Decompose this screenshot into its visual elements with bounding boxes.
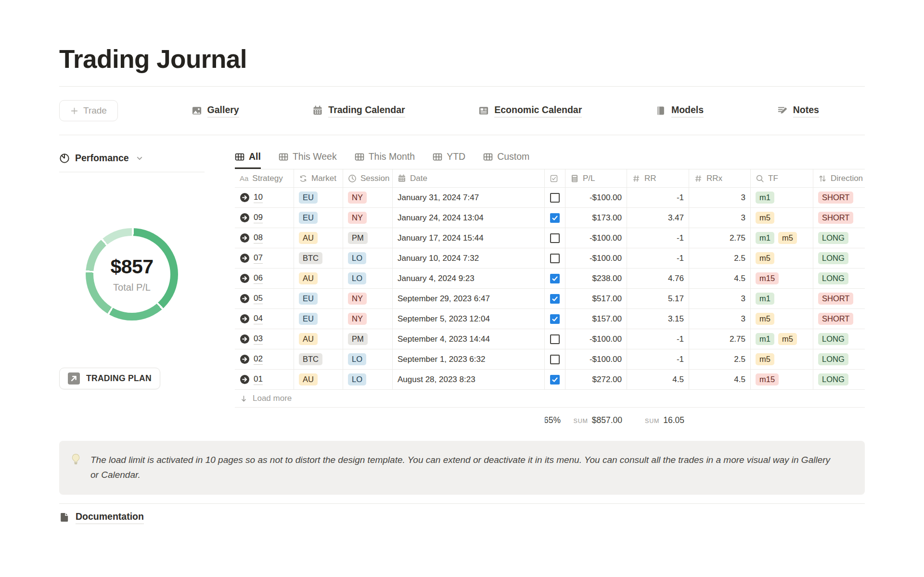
checkbox-cell[interactable]: [545, 349, 565, 370]
checkbox-cell[interactable]: [545, 309, 565, 329]
date-cell[interactable]: August 28, 2023 8:23: [393, 370, 545, 390]
row-checkbox[interactable]: [550, 274, 560, 283]
column-header-checkbox[interactable]: [545, 169, 565, 188]
row-checkbox[interactable]: [550, 334, 560, 344]
tab-this-month[interactable]: This Month: [355, 151, 415, 169]
market-cell[interactable]: BTC: [294, 349, 343, 370]
checkbox-cell[interactable]: [545, 228, 565, 248]
direction-cell[interactable]: LONG: [813, 248, 865, 269]
documentation-link[interactable]: Documentation: [59, 511, 144, 524]
market-cell[interactable]: EU: [294, 208, 343, 228]
nav-link-models[interactable]: Models: [655, 104, 704, 117]
direction-cell[interactable]: SHORT: [813, 188, 865, 208]
rr-cell[interactable]: -1: [627, 329, 689, 349]
strategy-link[interactable]: 08: [254, 232, 263, 244]
session-cell[interactable]: PM: [343, 329, 393, 349]
rrx-cell[interactable]: 3: [689, 289, 751, 309]
tf-cell[interactable]: m5: [751, 349, 813, 370]
pl-cell[interactable]: -$100.00: [565, 228, 627, 248]
column-header-direction[interactable]: Direction: [813, 169, 865, 188]
session-cell[interactable]: NY: [343, 188, 393, 208]
rr-cell[interactable]: 3.15: [627, 309, 689, 329]
column-header-session[interactable]: Session: [343, 169, 393, 188]
direction-cell[interactable]: LONG: [813, 370, 865, 390]
session-cell[interactable]: NY: [343, 208, 393, 228]
column-header-strategy[interactable]: AaStrategy: [235, 169, 294, 188]
market-cell[interactable]: AU: [294, 370, 343, 390]
strategy-cell[interactable]: 05: [235, 289, 294, 309]
rrx-cell[interactable]: 4.5: [689, 269, 751, 289]
direction-cell[interactable]: SHORT: [813, 208, 865, 228]
market-cell[interactable]: AU: [294, 228, 343, 248]
checkbox-cell[interactable]: [545, 188, 565, 208]
tf-cell[interactable]: m5: [751, 309, 813, 329]
tab-this-week[interactable]: This Week: [279, 151, 337, 169]
strategy-link[interactable]: 01: [254, 374, 263, 385]
column-header-tf[interactable]: TF: [751, 169, 813, 188]
row-checkbox[interactable]: [550, 294, 560, 304]
checkbox-cell[interactable]: [545, 248, 565, 269]
tf-cell[interactable]: m1: [751, 289, 813, 309]
direction-cell[interactable]: SHORT: [813, 289, 865, 309]
session-cell[interactable]: LO: [343, 349, 393, 370]
tf-cell[interactable]: m5: [751, 248, 813, 269]
pl-cell[interactable]: $157.00: [565, 309, 627, 329]
row-checkbox[interactable]: [550, 355, 560, 364]
pl-cell[interactable]: $238.00: [565, 269, 627, 289]
strategy-cell[interactable]: 07: [235, 248, 294, 269]
pl-cell[interactable]: $517.00: [565, 289, 627, 309]
load-more-button[interactable]: Load more: [235, 390, 865, 408]
strategy-link[interactable]: 09: [254, 212, 263, 223]
pl-cell[interactable]: $173.00: [565, 208, 627, 228]
tab-ytd[interactable]: YTD: [433, 151, 465, 169]
pl-cell[interactable]: -$100.00: [565, 349, 627, 370]
rrx-cell[interactable]: 3: [689, 309, 751, 329]
row-checkbox[interactable]: [550, 314, 560, 324]
row-checkbox[interactable]: [550, 233, 560, 243]
trade-button[interactable]: Trade: [59, 100, 118, 121]
session-cell[interactable]: LO: [343, 269, 393, 289]
nav-link-gallery[interactable]: Gallery: [192, 104, 239, 117]
row-checkbox[interactable]: [550, 213, 560, 223]
column-header-date[interactable]: Date: [393, 169, 545, 188]
date-cell[interactable]: January 24, 2024 13:04: [393, 208, 545, 228]
row-checkbox[interactable]: [550, 375, 560, 385]
rr-cell[interactable]: -1: [627, 248, 689, 269]
date-cell[interactable]: January 17, 2024 15:44: [393, 228, 545, 248]
strategy-cell[interactable]: 06: [235, 269, 294, 289]
rr-cell[interactable]: 4.76: [627, 269, 689, 289]
column-header-p-l[interactable]: P/L: [565, 169, 627, 188]
market-cell[interactable]: AU: [294, 329, 343, 349]
tf-cell[interactable]: m15: [751, 269, 813, 289]
session-cell[interactable]: NY: [343, 309, 393, 329]
session-cell[interactable]: LO: [343, 370, 393, 390]
column-header-rr[interactable]: RR: [627, 169, 689, 188]
pl-cell[interactable]: -$100.00: [565, 248, 627, 269]
rr-sum[interactable]: SUM 16.05: [627, 412, 689, 428]
nav-link-notes[interactable]: Notes: [777, 104, 819, 117]
rrx-cell[interactable]: 3: [689, 208, 751, 228]
rr-cell[interactable]: -1: [627, 188, 689, 208]
pl-cell[interactable]: -$100.00: [565, 329, 627, 349]
row-checkbox[interactable]: [550, 193, 560, 203]
rrx-cell[interactable]: 3: [689, 188, 751, 208]
rr-cell[interactable]: 4.5: [627, 370, 689, 390]
market-cell[interactable]: BTC: [294, 248, 343, 269]
row-checkbox[interactable]: [550, 254, 560, 263]
strategy-link[interactable]: 03: [254, 333, 263, 345]
strategy-link[interactable]: 10: [254, 192, 263, 203]
date-cell[interactable]: September 4, 2023 14:44: [393, 329, 545, 349]
date-cell[interactable]: January 4, 2024 9:23: [393, 269, 545, 289]
pl-cell[interactable]: $272.00: [565, 370, 627, 390]
date-cell[interactable]: September 5, 2023 12:04: [393, 309, 545, 329]
direction-cell[interactable]: SHORT: [813, 309, 865, 329]
strategy-link[interactable]: 04: [254, 313, 263, 324]
checkbox-cell[interactable]: [545, 269, 565, 289]
tf-cell[interactable]: m1m5: [751, 329, 813, 349]
tab-custom[interactable]: Custom: [483, 151, 529, 169]
session-cell[interactable]: LO: [343, 248, 393, 269]
tf-cell[interactable]: m15: [751, 370, 813, 390]
strategy-cell[interactable]: 04: [235, 309, 294, 329]
strategy-link[interactable]: 05: [254, 293, 263, 304]
pl-cell[interactable]: -$100.00: [565, 188, 627, 208]
